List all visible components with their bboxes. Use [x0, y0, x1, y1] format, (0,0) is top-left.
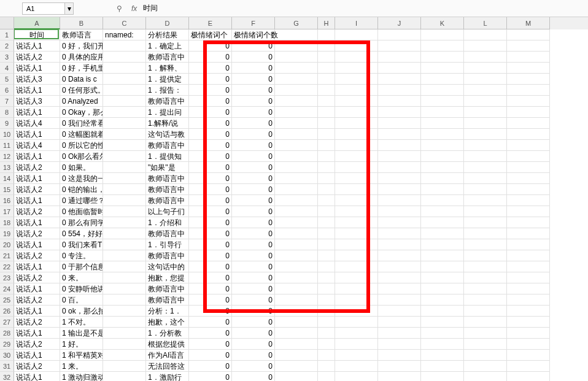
cell[interactable]: 说话人4	[14, 118, 60, 129]
cell[interactable]	[318, 140, 335, 151]
cell[interactable]: 说话人4	[14, 140, 60, 151]
cell[interactable]: 0	[232, 107, 275, 118]
cell[interactable]	[421, 107, 464, 118]
cell[interactable]	[464, 361, 507, 372]
cell[interactable]: 0	[232, 40, 275, 52]
cell[interactable]	[464, 52, 507, 63]
cell[interactable]: 1．解释、	[146, 63, 189, 74]
cell[interactable]: 0	[189, 74, 232, 85]
cell[interactable]: 0 ok，那么拍	[60, 306, 103, 317]
cell[interactable]	[507, 339, 550, 350]
cell[interactable]	[378, 317, 421, 328]
cell[interactable]	[318, 294, 335, 306]
cell[interactable]	[464, 85, 507, 96]
cell[interactable]: 0	[189, 40, 232, 52]
cell[interactable]	[507, 118, 550, 129]
header-cell[interactable]	[318, 29, 335, 40]
cell[interactable]	[318, 40, 335, 52]
cell[interactable]	[421, 184, 464, 195]
cell[interactable]	[275, 361, 318, 372]
cell[interactable]	[378, 372, 421, 381]
cell[interactable]	[318, 173, 335, 184]
cell[interactable]: 0	[189, 184, 232, 195]
fx-button[interactable]: fx	[131, 4, 137, 13]
cell[interactable]	[275, 339, 318, 350]
cell[interactable]: 教师语言中	[146, 250, 189, 261]
cell[interactable]	[378, 294, 421, 306]
cell[interactable]: 抱歉，您提	[146, 272, 189, 283]
col-header-L[interactable]: L	[464, 17, 507, 29]
cell[interactable]	[421, 151, 464, 162]
header-cell[interactable]	[275, 29, 318, 40]
cell[interactable]: 0	[232, 52, 275, 63]
cell[interactable]: 0	[232, 206, 275, 217]
header-cell[interactable]	[378, 29, 421, 40]
cell[interactable]	[421, 96, 464, 107]
cell[interactable]	[421, 372, 464, 381]
cell[interactable]	[275, 118, 318, 129]
cell[interactable]: 说话人1	[14, 217, 60, 228]
cell[interactable]: 0	[189, 107, 232, 118]
header-cell[interactable]: 极情绪词个	[189, 29, 232, 40]
cell[interactable]: 0	[189, 52, 232, 63]
cell[interactable]	[507, 272, 550, 283]
cell[interactable]	[378, 184, 421, 195]
cell[interactable]	[378, 261, 421, 272]
cell[interactable]: 0	[232, 217, 275, 228]
header-cell[interactable]	[464, 29, 507, 40]
cell[interactable]	[464, 217, 507, 228]
cell[interactable]	[318, 306, 335, 317]
cell[interactable]: 说话人1	[14, 350, 60, 361]
cell[interactable]: 0	[189, 306, 232, 317]
cell[interactable]	[318, 118, 335, 129]
cell[interactable]: 0 他面临暂时	[60, 206, 103, 217]
header-cell[interactable]	[507, 29, 550, 40]
cell[interactable]	[378, 74, 421, 85]
cell[interactable]: 0	[232, 239, 275, 250]
cell[interactable]	[335, 228, 378, 239]
col-header-D[interactable]: D	[146, 17, 189, 29]
cell[interactable]	[335, 140, 378, 151]
cell[interactable]	[421, 140, 464, 151]
cell[interactable]	[318, 162, 335, 173]
cell[interactable]	[103, 272, 146, 283]
cell[interactable]	[318, 52, 335, 63]
cell[interactable]: 0 Analyzed	[60, 96, 103, 107]
cell[interactable]	[335, 129, 378, 140]
cell[interactable]: 根据您提供	[146, 339, 189, 350]
cell[interactable]: 0	[189, 294, 232, 306]
cell[interactable]: 教师语言中	[146, 96, 189, 107]
row-header[interactable]: 10	[0, 129, 14, 140]
cell[interactable]: 说话人2	[14, 206, 60, 217]
cell[interactable]	[464, 107, 507, 118]
cell[interactable]	[275, 140, 318, 151]
cell[interactable]: 1 激动归激动	[60, 372, 103, 381]
cell[interactable]	[378, 85, 421, 96]
cell[interactable]: 0	[232, 328, 275, 339]
cell[interactable]	[421, 162, 464, 173]
cell[interactable]	[421, 294, 464, 306]
cell[interactable]	[378, 195, 421, 206]
cell[interactable]	[464, 272, 507, 283]
cell[interactable]	[335, 96, 378, 107]
cell[interactable]: 0	[189, 317, 232, 328]
cell[interactable]	[378, 140, 421, 151]
cell[interactable]	[464, 74, 507, 85]
cell[interactable]	[103, 151, 146, 162]
cell[interactable]	[275, 350, 318, 361]
cell[interactable]: 0 Ok那么看尔	[60, 151, 103, 162]
cell[interactable]	[103, 217, 146, 228]
row-header[interactable]: 28	[0, 328, 14, 339]
cell[interactable]	[507, 107, 550, 118]
cell[interactable]	[275, 129, 318, 140]
cell[interactable]	[335, 361, 378, 372]
cell[interactable]	[275, 206, 318, 217]
cell[interactable]: 说话人1	[14, 85, 60, 96]
cell[interactable]: 0 如果。	[60, 162, 103, 173]
cell[interactable]	[335, 184, 378, 195]
cell[interactable]	[103, 107, 146, 118]
cell[interactable]	[378, 206, 421, 217]
cell[interactable]	[464, 162, 507, 173]
cell[interactable]: 0 好，我们开	[60, 40, 103, 52]
cell[interactable]	[507, 361, 550, 372]
